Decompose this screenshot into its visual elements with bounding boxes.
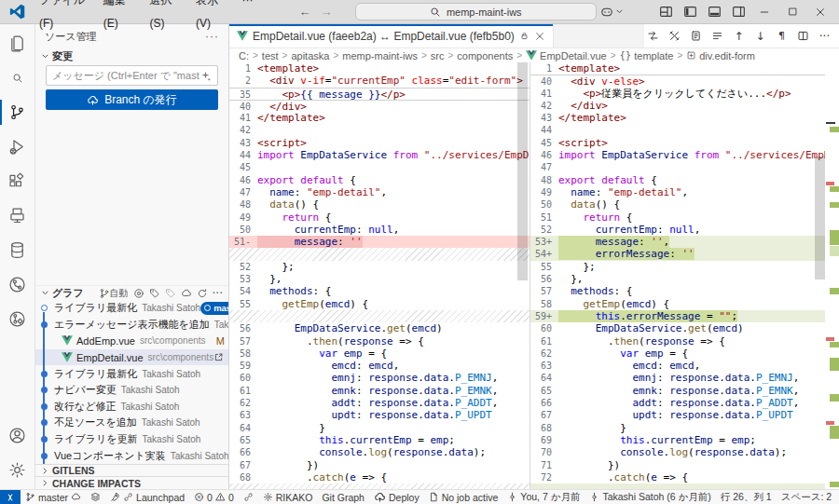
original-line-64[interactable]: 64 } [229,422,530,434]
status-job-status[interactable]: No job active [424,490,503,504]
section-gitlens[interactable]: GITLENS [35,464,228,476]
original-line-67[interactable]: 67 }) [229,459,530,471]
graph-auto-toggle[interactable]: 自動 [99,287,129,300]
sparkle-icon[interactable] [199,70,212,82]
modified-line-65[interactable]: 65 emnk: response.data.P_EMNK, [530,385,839,397]
close-button[interactable] [807,0,833,24]
modified-line-44[interactable]: 44 [530,124,839,136]
status-gitlens-stacks[interactable] [86,490,105,504]
changes-section-header[interactable]: 変更 [35,48,228,63]
modified-line-47[interactable]: 47 [530,161,839,173]
modified-line-46[interactable]: 46import EmpDataService from "../service… [530,149,839,161]
toggle-secondary-sidebar-button[interactable] [727,2,750,22]
original-line-45[interactable]: 45 [229,161,530,173]
modified-line-40[interactable]: 40 <div v-else> [530,75,839,87]
modified-line-56[interactable]: 56 }, [530,273,839,285]
status-cursor-position[interactable]: 行 26、列 1 [716,490,777,504]
overview-ruler[interactable] [825,62,839,489]
modified-line-45[interactable]: 45<script> [530,137,839,149]
original-line-42[interactable]: 42 [229,124,530,136]
more-actions-button[interactable]: ··· [816,27,833,46]
original-line-49[interactable]: 49 return { [229,211,530,224]
status-remote-indicator[interactable] [0,490,21,504]
status-launchpad[interactable]: Launchpad [105,490,189,504]
original-line-55[interactable]: 55 getEmp(emcd) { [229,298,530,310]
menu-item-2[interactable]: 選択(S) [141,0,187,35]
modified-line-60[interactable]: 60 EmpDataService.get(emcd) [530,322,839,334]
breadcrumb-item-8[interactable]: div.edit-form [686,50,755,61]
graph-commit-row[interactable]: ナビバー変更Takashi Satoh [35,382,228,399]
status-live-share[interactable] [239,490,258,504]
breadcrumb-item-7[interactable]: {}template [619,50,673,61]
activity-item-account[interactable] [0,418,34,453]
original-line-47[interactable]: 47 name: "emp-detail", [229,186,530,198]
modified-line-48[interactable]: 48export default { [530,174,839,186]
original-line-65[interactable]: 65 this.currentEmp = emp; [229,434,530,446]
modified-line-59[interactable]: 59+ this.errorMessage = ""; [530,310,839,322]
status-blame-author[interactable]: Takashi Satoh (6 か月前) [585,490,715,504]
graph-commit-row[interactable]: エラーメッセージ表示機能を追加Takashi Satoh [35,317,228,334]
commit-message-input[interactable]: メッセージ (Ctrl+Enter で "master" ... [46,65,218,86]
activity-item-search[interactable] [0,61,34,95]
list-selection-button[interactable] [708,27,726,46]
modified-line-66[interactable]: 66 addt: response.data.P_ADDT, [530,397,839,409]
modified-line-61[interactable]: 61 .then(response => { [530,335,839,347]
modified-line-55[interactable]: 55 }; [530,261,839,273]
prev-change-button[interactable]: ↑ [730,27,748,46]
graph-more-button[interactable]: ··· [213,288,223,299]
modified-line-51[interactable]: 51 return { [530,211,839,224]
original-line-54[interactable]: 54 methods: { [229,285,530,297]
modified-line-57[interactable]: 57 methods: { [530,285,839,297]
close-icon[interactable] [534,31,545,42]
open-changes-button[interactable] [644,27,662,46]
original-line-58[interactable]: 58 var emp = { [229,347,530,360]
back-icon[interactable]: ← [299,5,311,19]
modified-line-68[interactable]: 68 } [530,422,839,434]
graph-fetch-button[interactable] [181,288,192,299]
original-line-filler-15[interactable] [229,248,530,260]
graph-commit-row[interactable]: 不足ソースを追加Takashi Satoh [35,415,228,431]
status-indentation[interactable]: スペース: 2 [777,490,836,504]
activity-item-run-debug[interactable] [0,129,34,164]
breadcrumb-item-5[interactable]: components [457,50,513,61]
original-line-48[interactable]: 48 data() { [229,198,530,211]
status-git-graph[interactable]: Git Graph [317,490,369,504]
modified-line-52[interactable]: 52 currentEmp: null, [530,224,839,236]
modified-line-58[interactable]: 58 getEmp(emcd) { [530,298,839,310]
graph-refs-muted-button[interactable] [165,288,176,299]
original-line-62[interactable]: 62 addt: response.data.P_ADDT, [229,397,530,409]
original-line-41[interactable]: 41</template> [229,112,530,124]
original-line-57[interactable]: 57 .then(response => { [229,335,530,347]
original-line-40[interactable]: 40 </div> [229,100,530,112]
original-line-60[interactable]: 60 emnj: response.data.P_EMNJ, [229,372,530,384]
original-line-43[interactable]: 43<script> [229,137,530,149]
menu-item-4[interactable]: ··· [234,0,262,35]
menu-item-0[interactable]: ファイル(F) [31,0,95,35]
modified-line-53[interactable]: 53+ message: '', [530,236,839,248]
modified-line-50[interactable]: 50 data() { [530,198,839,211]
original-line-63[interactable]: 63 updt: response.data.P_UPDT [229,409,530,421]
original-line-1[interactable]: 1<template> [229,62,530,75]
customize-layout-button[interactable] [654,2,677,22]
modified-line-63[interactable]: 63 emcd: emcd, [530,360,839,372]
tab-empdetail-diff[interactable]: EmpDetail.vue (faeeb2a) ↔ EmpDetail.vue … [229,24,554,48]
original-line-filler-20[interactable] [229,310,530,322]
original-line-51[interactable]: 51- message: '' [229,236,530,248]
original-line-53[interactable]: 53 }, [229,273,530,285]
original-line-52[interactable]: 52 }; [229,261,530,273]
left-scrollbar-thumb[interactable] [517,62,528,280]
notebook-button[interactable] [687,27,705,46]
modified-line-71[interactable]: 71 }) [530,459,839,471]
graph-commit-row[interactable]: ライブラリ最新化Takashi Satohmaster [35,300,228,317]
breadcrumb-item-4[interactable]: src [431,50,445,61]
modified-line-70[interactable]: 70 console.log(response.data); [530,446,839,458]
breadcrumb-item-2[interactable]: apitaska [291,50,329,61]
original-line-2[interactable]: 2 <div v-if="currentEmp" class="edit-for… [229,75,530,87]
forward-icon[interactable]: → [321,5,333,19]
status-blame-you[interactable]: You, 7 か月前 [502,490,585,504]
original-line-68[interactable]: 68 .catch(e => { [229,471,530,484]
copilot-button[interactable] [597,2,626,22]
graph-file-row[interactable]: AddEmp.vuesrc\componentsM [35,333,228,349]
graph-commit-row[interactable]: ライブラリ最新化Takashi Satoh [35,365,228,382]
breadcrumb-item-0[interactable]: C: [239,50,249,61]
